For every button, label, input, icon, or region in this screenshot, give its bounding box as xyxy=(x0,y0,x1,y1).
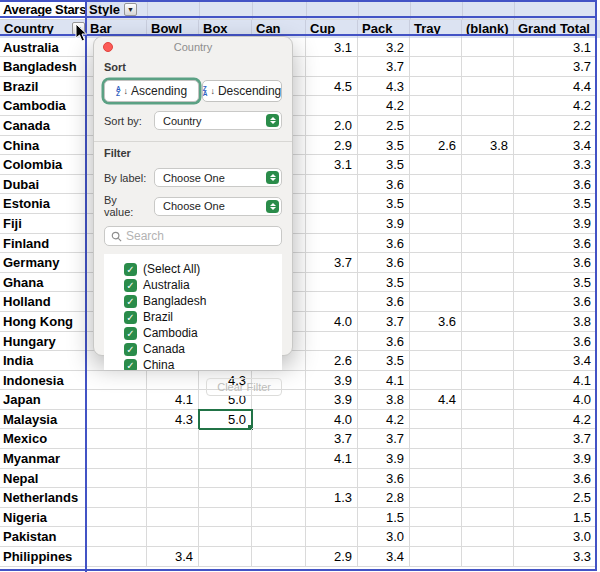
cell-value[interactable] xyxy=(410,273,462,293)
cell-value[interactable] xyxy=(252,429,306,449)
filter-item-bangladesh[interactable]: ✓Bangladesh xyxy=(124,293,282,309)
cell-value[interactable]: 2.0 xyxy=(306,116,358,136)
cell-country[interactable]: Hungary xyxy=(0,332,86,352)
cell-value[interactable] xyxy=(306,527,358,547)
cell-value[interactable]: 3.6 xyxy=(358,292,410,312)
filter-item-cambodia[interactable]: ✓Cambodia xyxy=(124,325,282,341)
cell-value[interactable]: 1.5 xyxy=(514,508,597,528)
cell-value[interactable]: 3.1 xyxy=(514,38,597,58)
cell-country[interactable]: Philippines xyxy=(0,547,86,567)
cell-value[interactable] xyxy=(462,57,514,77)
sort-descending-button[interactable]: ZA ↓ Descending xyxy=(202,80,282,102)
style-dropdown-button[interactable]: ▼ xyxy=(124,3,137,16)
cell-value[interactable] xyxy=(410,547,462,567)
cell-value[interactable]: 3.9 xyxy=(514,449,597,469)
cell-value[interactable]: 3.9 xyxy=(306,371,358,391)
cell-value[interactable] xyxy=(86,547,147,567)
sort-by-select[interactable]: Country xyxy=(154,111,282,130)
cell-value[interactable] xyxy=(252,449,306,469)
cell-value[interactable] xyxy=(86,429,147,449)
cell-value[interactable]: 3.9 xyxy=(358,449,410,469)
cell-country[interactable]: Fiji xyxy=(0,214,86,234)
cell-value[interactable]: 4.4 xyxy=(410,390,462,410)
checkbox-checked-icon[interactable]: ✓ xyxy=(124,295,137,308)
sort-ascending-button[interactable]: AZ ↓ Ascending xyxy=(104,80,199,102)
cell-value[interactable] xyxy=(252,488,306,508)
cell-value[interactable] xyxy=(462,253,514,273)
cell-value[interactable]: 4.1 xyxy=(358,371,410,391)
cell-value[interactable] xyxy=(462,273,514,293)
cell-value[interactable] xyxy=(462,547,514,567)
cell-value[interactable]: 4.0 xyxy=(306,312,358,332)
cell-value[interactable] xyxy=(462,194,514,214)
cell-value[interactable] xyxy=(462,96,514,116)
cell-value[interactable]: 3.6 xyxy=(358,253,410,273)
cell-value[interactable]: 2.6 xyxy=(410,136,462,156)
cell-value[interactable]: 3.6 xyxy=(358,175,410,195)
cell-value[interactable] xyxy=(147,488,199,508)
cell-value[interactable] xyxy=(199,449,252,469)
cell-value[interactable] xyxy=(410,214,462,234)
cell-value[interactable]: 4.1 xyxy=(306,449,358,469)
cell-value[interactable] xyxy=(147,469,199,489)
cell-value[interactable]: 3.1 xyxy=(306,38,358,58)
cell-country[interactable]: Bangladesh xyxy=(0,57,86,77)
cell-value[interactable]: 3.4 xyxy=(358,547,410,567)
cell-value[interactable]: 3.6 xyxy=(514,469,597,489)
cell-value[interactable]: 2.6 xyxy=(306,351,358,371)
filter-item-canada[interactable]: ✓Canada xyxy=(124,341,282,357)
cell-value[interactable] xyxy=(410,371,462,391)
cell-value[interactable]: 3.3 xyxy=(514,547,597,567)
checkbox-checked-icon[interactable]: ✓ xyxy=(124,311,137,324)
cell-value[interactable] xyxy=(306,292,358,312)
cell-value[interactable]: 2.2 xyxy=(514,116,597,136)
cell-value[interactable]: 3.7 xyxy=(306,253,358,273)
cell-value[interactable]: 4.0 xyxy=(306,410,358,430)
cell-value[interactable] xyxy=(306,214,358,234)
cell-value[interactable] xyxy=(462,429,514,449)
cell-value[interactable] xyxy=(462,332,514,352)
cell-value[interactable] xyxy=(410,508,462,528)
cell-value[interactable]: 4.1 xyxy=(514,371,597,391)
cell-value[interactable]: 3.9 xyxy=(514,214,597,234)
cell-value[interactable] xyxy=(252,547,306,567)
filter-item-brazil[interactable]: ✓Brazil xyxy=(124,309,282,325)
cell-value[interactable]: 3.4 xyxy=(147,547,199,567)
cell-value[interactable] xyxy=(410,332,462,352)
cell-value[interactable]: 3.0 xyxy=(514,527,597,547)
cell-value[interactable] xyxy=(306,273,358,293)
cell-value[interactable]: 3.8 xyxy=(514,312,597,332)
by-value-select[interactable]: Choose One xyxy=(154,197,282,216)
cell-value[interactable] xyxy=(462,371,514,391)
cell-country[interactable]: Myanmar xyxy=(0,449,86,469)
cell-value[interactable]: 2.9 xyxy=(306,547,358,567)
cell-value[interactable] xyxy=(410,77,462,97)
cell-value[interactable]: 1.5 xyxy=(358,508,410,528)
cell-country[interactable]: Nigeria xyxy=(0,508,86,528)
cell-value[interactable]: 4.2 xyxy=(514,410,597,430)
cell-value[interactable] xyxy=(462,527,514,547)
cell-value[interactable]: 2.8 xyxy=(358,488,410,508)
cell-value[interactable] xyxy=(410,116,462,136)
cell-value[interactable] xyxy=(462,116,514,136)
cell-value[interactable] xyxy=(199,547,252,567)
cell-value[interactable] xyxy=(410,449,462,469)
cell-value[interactable] xyxy=(410,527,462,547)
clear-filter-button[interactable]: Clear Filter xyxy=(206,378,282,396)
cell-value[interactable] xyxy=(462,312,514,332)
cell-value[interactable] xyxy=(306,469,358,489)
by-label-select[interactable]: Choose One xyxy=(154,168,282,187)
cell-value[interactable] xyxy=(462,410,514,430)
cell-value[interactable] xyxy=(462,390,514,410)
cell-value[interactable] xyxy=(462,469,514,489)
cell-value[interactable] xyxy=(252,527,306,547)
cell-value[interactable] xyxy=(86,508,147,528)
cell-country[interactable]: Malaysia xyxy=(0,410,86,430)
selected-cell[interactable]: 5.0 xyxy=(199,410,252,430)
cell-value[interactable] xyxy=(147,429,199,449)
cell-value[interactable]: 2.5 xyxy=(514,488,597,508)
cell-value[interactable] xyxy=(86,410,147,430)
filter-item-selectall[interactable]: ✓(Select All) xyxy=(124,261,282,277)
cell-value[interactable] xyxy=(410,488,462,508)
cell-value[interactable] xyxy=(86,527,147,547)
